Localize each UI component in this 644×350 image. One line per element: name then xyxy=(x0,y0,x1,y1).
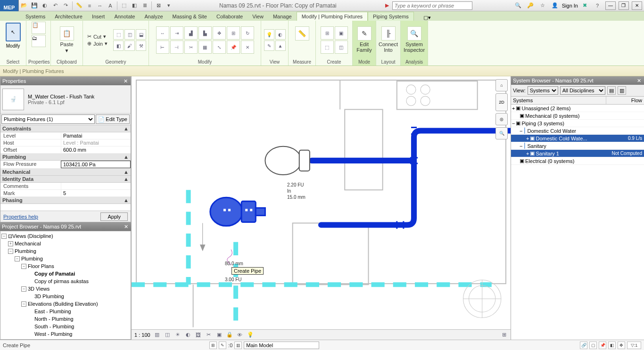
col-flow[interactable]: Flow xyxy=(606,97,644,104)
tree-toggle[interactable]: − xyxy=(21,286,26,292)
create-group-icon[interactable]: ▣ xyxy=(335,26,348,40)
close-inactive-icon[interactable]: ⊠ xyxy=(153,0,164,11)
lock-3d-icon[interactable]: 🔒 xyxy=(226,331,233,339)
edit-family-button[interactable]: ✎Edit Family xyxy=(355,24,374,56)
tab-annotate[interactable]: Annotate xyxy=(109,12,140,21)
tree-3d-plumbing[interactable]: 3D Plumbing xyxy=(34,293,64,299)
split-face-icon[interactable]: ◧ xyxy=(113,41,124,51)
paste-button[interactable]: 📋Paste▼ xyxy=(57,24,77,56)
cat-identity[interactable]: Identity Data▲ xyxy=(0,176,131,183)
tree-toggle[interactable]: − xyxy=(512,121,515,126)
ribbon-minimize-icon[interactable]: ▢▾ xyxy=(423,15,431,21)
help-search-input[interactable] xyxy=(392,1,472,10)
tree-mechanical[interactable]: Mechanical xyxy=(15,241,41,246)
view-select[interactable]: Systems xyxy=(528,86,558,95)
thin-lines-icon[interactable]: ≣ xyxy=(140,0,150,11)
cat-mechanical[interactable]: Mechanical▲ xyxy=(0,169,131,176)
save-icon[interactable]: 💾 xyxy=(29,0,40,11)
star-icon[interactable]: ☆ xyxy=(537,0,548,11)
select-links-icon[interactable]: 🔗 xyxy=(580,342,587,349)
cut-button[interactable]: ✂ Cut ▾ xyxy=(87,33,107,40)
steering-wheel-icon[interactable]: ◎ xyxy=(495,113,508,125)
search-icon[interactable]: 🔍 xyxy=(513,0,523,11)
tree-toggle[interactable]: − xyxy=(520,128,522,134)
cope-icon[interactable]: ⬚ xyxy=(113,29,124,40)
system-browser-grid[interactable]: SystemsFlow +▣ Unassigned (2 items) ▣ Me… xyxy=(511,97,644,340)
column-settings-icon[interactable]: ▤ xyxy=(607,86,616,95)
join-button[interactable]: ⊕ Join ▾ xyxy=(87,41,107,47)
measure-icon[interactable]: 📏 xyxy=(74,0,84,11)
col-systems[interactable]: Systems xyxy=(511,97,606,104)
tree-view-copy-pirmas[interactable]: Copy of pirmas aukstas xyxy=(34,278,89,284)
connect-into-button[interactable]: ╟Connect Into xyxy=(379,24,398,56)
worksets-icon[interactable]: ⊞ xyxy=(209,342,217,349)
align-icon-btn[interactable]: ↔ xyxy=(156,26,169,40)
close-button[interactable]: ✕ xyxy=(632,1,642,10)
reveal-hidden-icon[interactable]: 💡 xyxy=(247,331,254,339)
pin-icon[interactable]: 📌 xyxy=(227,41,240,54)
tab-architecture[interactable]: Architecture xyxy=(50,12,87,21)
tree-view-copy-pamatai[interactable]: Copy of Pamatai xyxy=(34,271,75,277)
drag-on-select-icon[interactable]: ✥ xyxy=(618,342,625,349)
properties-grid[interactable]: Constraints▲ LevelPamatai HostLevel : Pa… xyxy=(0,125,131,211)
discipline-select[interactable]: All Disciplines xyxy=(560,86,605,95)
play-icon[interactable]: ▶ xyxy=(382,0,392,11)
3d-icon[interactable]: ⬚ xyxy=(119,0,129,11)
move-icon-btn[interactable]: ✥ xyxy=(213,26,226,40)
apply-button[interactable]: Apply xyxy=(100,212,128,221)
linework-icon[interactable]: ✎ xyxy=(264,41,274,51)
tab-modify-plumbing-fixtures[interactable]: Modify | Plumbing Fixtures xyxy=(297,12,368,21)
tree-toggle[interactable]: + xyxy=(512,106,515,111)
undo-icon[interactable]: ↶ xyxy=(50,0,60,11)
copy-icon-btn[interactable]: ⊞ xyxy=(227,26,240,40)
close-icon[interactable]: ✕ xyxy=(122,78,129,84)
cat-constraints[interactable]: Constraints▲ xyxy=(0,125,131,132)
tree-toggle[interactable]: + xyxy=(526,151,529,156)
viewcube-icon[interactable]: 2D xyxy=(495,93,508,111)
type-properties-button[interactable]: 🗂 xyxy=(32,35,46,47)
crop-view-icon[interactable]: ✂ xyxy=(205,331,213,339)
tab-view[interactable]: View xyxy=(248,12,268,21)
home-icon[interactable]: ⌂ xyxy=(495,79,508,91)
close-icon[interactable]: ✕ xyxy=(636,77,642,84)
main-model-field[interactable] xyxy=(244,342,319,349)
signin-link[interactable]: Sign In xyxy=(562,3,578,8)
create-similar-icon[interactable]: ⊞ xyxy=(321,26,334,40)
tab-systems[interactable]: Systems xyxy=(21,12,50,21)
tree-floorplans[interactable]: Floor Plans xyxy=(28,263,54,269)
tree-elevations[interactable]: Elevations (Building Elevation) xyxy=(28,301,98,307)
tab-massing-site[interactable]: Massing & Site xyxy=(168,12,212,21)
scale-icon-btn[interactable]: ⤡ xyxy=(213,41,226,54)
crop-region-icon[interactable]: ▣ xyxy=(215,331,223,339)
tree-north[interactable]: North - Plumbing xyxy=(34,316,74,322)
cut-geom-icon[interactable]: ◫ xyxy=(124,29,135,40)
scale-selector[interactable]: 1 : 100 xyxy=(134,332,150,338)
temp-hide-icon[interactable]: 👁 xyxy=(236,331,244,339)
properties-help-link[interactable]: Properties help xyxy=(3,214,38,220)
demolish-icon[interactable]: ⚒ xyxy=(136,41,146,51)
split-icon[interactable]: ✂ xyxy=(184,41,198,54)
measure-button[interactable]: 📏 xyxy=(292,24,312,56)
tree-toggle[interactable]: − xyxy=(520,143,522,149)
trim-extend-icon[interactable]: ⊢ xyxy=(156,41,169,54)
wall-join-icon[interactable]: ⬓ xyxy=(136,29,146,40)
tree-3dviews[interactable]: 3D Views xyxy=(28,286,50,292)
select-pinned-icon[interactable]: 📌 xyxy=(599,342,606,349)
user-icon[interactable]: 👤 xyxy=(550,0,560,11)
tree-plumbing-sub[interactable]: Plumbing xyxy=(21,256,43,261)
selection-filter-dropdown[interactable]: Plumbing Fixtures (1) xyxy=(1,114,95,124)
filter-icon[interactable]: ▥ xyxy=(618,86,626,95)
tree-south[interactable]: South - Plumbing xyxy=(34,324,74,329)
app-menu-button[interactable]: MEP xyxy=(0,0,19,11)
minimize-button[interactable]: — xyxy=(605,1,616,10)
hide-icon[interactable]: 💡 xyxy=(264,29,274,40)
mirror-draw-icon[interactable]: ▙ xyxy=(198,26,212,40)
bring-front-icon[interactable]: ▲ xyxy=(275,41,286,51)
section-icon[interactable]: ◧ xyxy=(129,0,140,11)
visual-style-icon[interactable]: ◫ xyxy=(164,331,171,339)
dim-icon[interactable]: ↔ xyxy=(95,0,105,11)
tree-toggle[interactable]: − xyxy=(8,249,13,254)
type-selector[interactable]: 🚽 M_Water Closet - Flush Tank Private - … xyxy=(0,85,131,114)
tree-toggle[interactable]: − xyxy=(21,301,26,307)
tree-toggle[interactable]: + xyxy=(8,241,13,246)
